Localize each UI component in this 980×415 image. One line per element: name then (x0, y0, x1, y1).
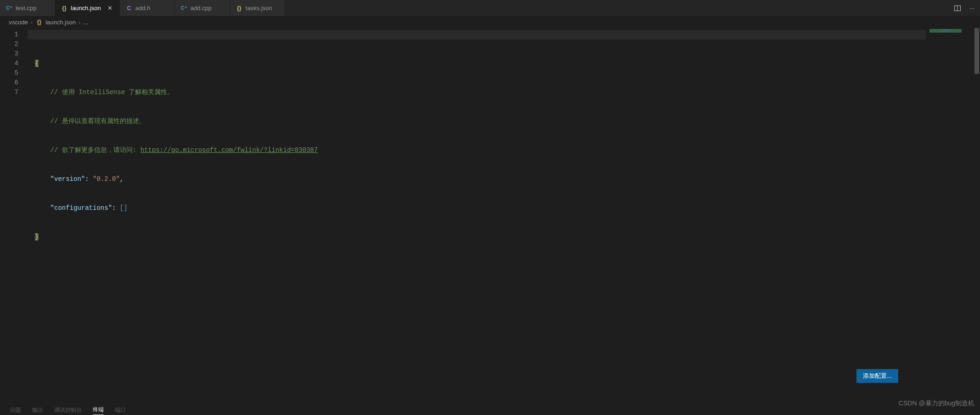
json-file-icon: {} (236, 5, 243, 12)
tab-label: add.cpp (191, 5, 212, 11)
json-array: [] (120, 204, 128, 212)
minimap[interactable] (926, 28, 967, 415)
tab-test-cpp[interactable]: C⁺ test.cpp (0, 0, 55, 16)
line-number: 3 (0, 49, 28, 59)
json-key: "version" (51, 175, 85, 183)
c-file-icon: C (125, 5, 133, 12)
comment: // 欲了解更多信息，请访问: (51, 146, 141, 154)
brace-close: } (35, 233, 39, 241)
panel-tab-ports[interactable]: 端口 (115, 406, 126, 415)
code-content[interactable]: { // 使用 IntelliSense 了解相关属性。 // 悬停以查看现有属… (28, 28, 926, 415)
line-number: 6 (0, 78, 28, 88)
minimap-content (929, 29, 962, 33)
add-configuration-button[interactable]: 添加配置... (856, 369, 898, 383)
panel-tab-debug-console[interactable]: 调试控制台 (54, 406, 82, 415)
comment: // 使用 IntelliSense 了解相关属性。 (51, 89, 174, 96)
line-number: 7 (0, 88, 28, 97)
editor-tabs: C⁺ test.cpp {} launch.json ✕ C add.h C⁺ … (0, 0, 980, 16)
url-link[interactable]: https://go.microsoft.com/fwlink/?linkid=… (141, 146, 318, 154)
tab-actions: ··· (952, 0, 977, 16)
panel-tab-output[interactable]: 输出 (32, 406, 43, 415)
breadcrumb-segment[interactable]: ... (83, 19, 88, 26)
panel-tab-problems[interactable]: 问题 (10, 406, 21, 415)
more-icon: ··· (970, 5, 975, 11)
vertical-scrollbar[interactable] (974, 28, 980, 415)
tab-add-h[interactable]: C add.h (120, 0, 175, 16)
panel-tabs: 问题 输出 调试控制台 终端 端口 (10, 406, 126, 415)
json-key: "configurations" (51, 204, 112, 212)
scrollbar-thumb[interactable] (974, 28, 979, 74)
line-number: 1 (0, 30, 28, 39)
panel-tab-terminal[interactable]: 终端 (93, 406, 104, 415)
cpp-file-icon: C⁺ (6, 5, 13, 12)
close-icon[interactable]: ✕ (107, 5, 114, 12)
chevron-right-icon: › (31, 19, 33, 26)
overview-ruler (967, 28, 974, 415)
split-editor-button[interactable] (952, 3, 963, 13)
line-number: 4 (0, 59, 28, 68)
tab-label: launch.json (71, 5, 101, 11)
line-number: 5 (0, 68, 28, 78)
tab-tasks-json[interactable]: {} tasks.json (230, 0, 285, 16)
tab-label: tasks.json (246, 5, 272, 11)
line-number: 2 (0, 39, 28, 49)
json-string: "0.2.0" (93, 175, 120, 183)
breadcrumb[interactable]: .vscode › {} launch.json › ... (0, 16, 980, 28)
cpp-file-icon: C⁺ (180, 5, 188, 12)
watermark-text: CSDN @暴力的bug制造机 (899, 399, 974, 408)
tab-add-cpp[interactable]: C⁺ add.cpp (175, 0, 230, 16)
editor: 1 2 3 4 5 6 7 { // 使用 IntelliSense 了解相关属… (0, 28, 980, 415)
tab-label: test.cpp (16, 5, 37, 11)
current-line-highlight (28, 30, 926, 39)
json-file-icon: {} (61, 5, 68, 12)
json-file-icon: {} (35, 18, 43, 26)
brace-open: { (35, 60, 39, 67)
breadcrumb-segment[interactable]: launch.json (45, 19, 76, 26)
tab-label: add.h (135, 5, 151, 11)
tab-launch-json[interactable]: {} launch.json ✕ (55, 0, 120, 16)
more-actions-button[interactable]: ··· (967, 3, 977, 13)
breadcrumb-segment[interactable]: .vscode (7, 19, 28, 26)
line-number-gutter: 1 2 3 4 5 6 7 (0, 28, 28, 415)
chevron-right-icon: › (79, 19, 80, 26)
comment: // 悬停以查看现有属性的描述。 (51, 118, 146, 125)
